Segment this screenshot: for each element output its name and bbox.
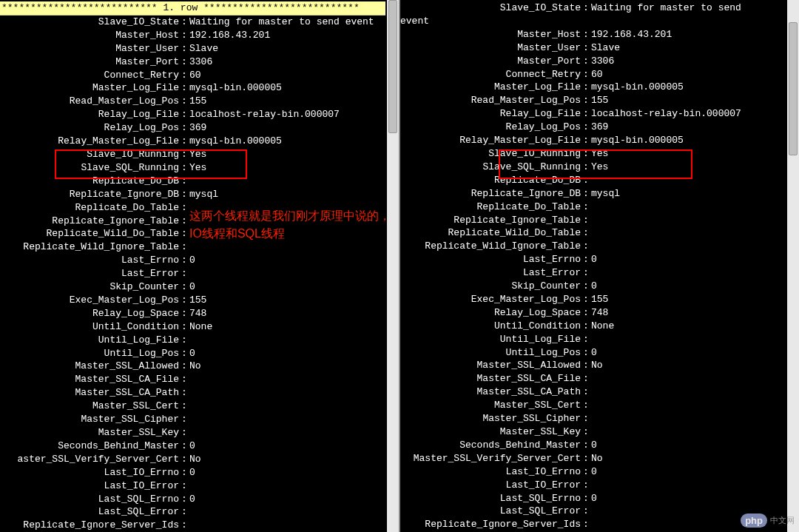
field-value [189, 267, 385, 280]
field-value: No [189, 453, 385, 466]
status-line: Replicate_Do_DB: [0, 175, 385, 188]
field-label: Until_Condition [0, 320, 179, 334]
field-value: Yes [591, 147, 786, 161]
field-value: 3306 [189, 55, 385, 69]
field-label: Relay_Master_Log_File [0, 135, 179, 148]
status-line: Slave_IO_State:Waiting for master to sen… [0, 16, 385, 29]
field-label: Last_Errno [0, 254, 179, 267]
field-value [591, 385, 786, 399]
status-line: Connect_Retry:60 [0, 69, 385, 82]
field-label: Last_SQL_Errno [0, 493, 179, 506]
annotation-text: 这两个线程就是我们刚才原理中说的， IO线程和SQL线程 [189, 207, 391, 243]
status-line: Skip_Counter:0 [0, 280, 385, 294]
field-value: 60 [189, 69, 385, 82]
field-label: Relay_Log_File [400, 107, 581, 121]
field-value [591, 266, 786, 280]
field-label: Replicate_Do_Table [0, 201, 179, 215]
status-line: Replicate_Ignore_Server_Ids: [0, 519, 385, 532]
status-line: Replicate_Wild_Do_Table: [400, 226, 786, 240]
field-label: Replicate_Ignore_Server_Ids [400, 518, 581, 531]
field-value: None [189, 320, 385, 334]
field-label: Master_Log_File [0, 81, 179, 95]
field-label: Last_IO_Errno [0, 466, 179, 479]
status-line: Last_Errno:0 [400, 253, 786, 266]
status-line: Master_SSL_Allowed:No [0, 360, 385, 373]
status-line: Slave_IO_State:Waiting for master to sen… [400, 1, 786, 15]
field-value: 155 [189, 294, 385, 307]
field-value [591, 372, 786, 385]
field-label: aster_SSL_Verify_Server_Cert [0, 453, 179, 466]
right-terminal-pane: Slave_IO_State:Waiting for master to sen… [400, 0, 799, 532]
status-line: Master_SSL_CA_Path: [0, 386, 385, 400]
left-content: *************************** 1. row *****… [0, 1, 399, 532]
field-label: Master_SSL_CA_File [400, 372, 581, 385]
status-line: Master_SSL_CA_File: [400, 372, 786, 385]
field-value: mysql [591, 187, 786, 201]
status-line: Last_SQL_Errno:0 [400, 492, 786, 505]
field-label: Master_SSL_Verify_Server_Cert [400, 452, 581, 465]
field-label: Last_Errno [400, 253, 581, 266]
field-value: No [591, 359, 786, 372]
field-value: 155 [591, 293, 786, 306]
field-label: Relay_Log_Space [0, 307, 179, 320]
field-label: Seconds_Behind_Master [400, 439, 581, 452]
status-line: Last_IO_Errno:0 [400, 465, 786, 479]
field-value: localhost-relay-bin.000007 [189, 108, 385, 121]
scrollbar-thumb[interactable] [789, 22, 798, 155]
field-value: Yes [189, 161, 385, 175]
field-value: 192.168.43.201 [591, 28, 786, 41]
field-label: Until_Condition [400, 320, 581, 333]
field-value: 748 [591, 306, 786, 320]
field-label: Slave_IO_Running [0, 148, 179, 161]
field-value: 0 [189, 493, 385, 506]
status-line: Master_Port:3306 [0, 55, 385, 69]
field-label: Master_SSL_Cipher [400, 412, 581, 425]
field-label: Replicate_Do_DB [400, 174, 581, 187]
field-label: Master_SSL_Allowed [0, 360, 179, 373]
status-line: Seconds_Behind_Master:0 [400, 439, 786, 452]
field-label: Master_SSL_CA_Path [0, 386, 179, 400]
status-line: Until_Condition:None [400, 320, 786, 333]
field-value: localhost-relay-bin.000007 [591, 107, 786, 121]
status-line: Last_SQL_Errno:0 [0, 493, 385, 506]
watermark: php 中文网 [741, 514, 795, 528]
field-value [591, 174, 786, 187]
field-label: Exec_Master_Log_Pos [0, 294, 179, 307]
field-label: Last_IO_Errno [400, 465, 581, 479]
field-value [189, 373, 385, 386]
field-value [591, 333, 786, 346]
field-label: Master_Port [0, 55, 179, 69]
status-line: Slave_SQL_Running:Yes [400, 161, 786, 174]
status-line: Master_Port:3306 [400, 55, 786, 68]
status-line: Master_SSL_Allowed:No [400, 359, 786, 372]
field-value: 192.168.43.201 [189, 29, 385, 42]
field-value: 0 [591, 492, 786, 505]
status-line: Connect_Retry:60 [400, 68, 786, 81]
status-line: Last_Error: [0, 267, 385, 280]
field-label: Slave_IO_Running [400, 147, 581, 161]
status-line: Master_SSL_CA_Path: [400, 385, 786, 399]
status-line: Master_Log_File:mysql-bin.000005 [0, 81, 385, 95]
status-line: Until_Log_File: [0, 334, 385, 347]
field-value [591, 412, 786, 425]
field-label: Master_Host [400, 28, 581, 41]
status-line-wrap: event [400, 15, 786, 28]
left-scrollbar[interactable] [387, 0, 399, 532]
right-scrollbar[interactable] [787, 0, 799, 532]
field-label: Slave_IO_State [400, 1, 581, 15]
field-value: 0 [591, 439, 786, 452]
field-value: Slave [189, 42, 385, 55]
status-line: Master_SSL_Cipher: [400, 412, 786, 425]
field-value: 0 [189, 466, 385, 479]
field-value: 0 [189, 347, 385, 360]
field-label: Master_SSL_Cert [400, 399, 581, 412]
field-label: Slave_SQL_Running [0, 161, 179, 175]
field-value [189, 334, 385, 347]
scrollbar-thumb[interactable] [388, 0, 397, 133]
field-label: Master_User [400, 41, 581, 55]
field-label: Read_Master_Log_Pos [0, 95, 179, 108]
field-value: 60 [591, 68, 786, 81]
status-line: Replicate_Ignore_Table: [400, 214, 786, 227]
field-value: No [189, 360, 385, 373]
status-line: Master_SSL_Cert: [0, 400, 385, 413]
